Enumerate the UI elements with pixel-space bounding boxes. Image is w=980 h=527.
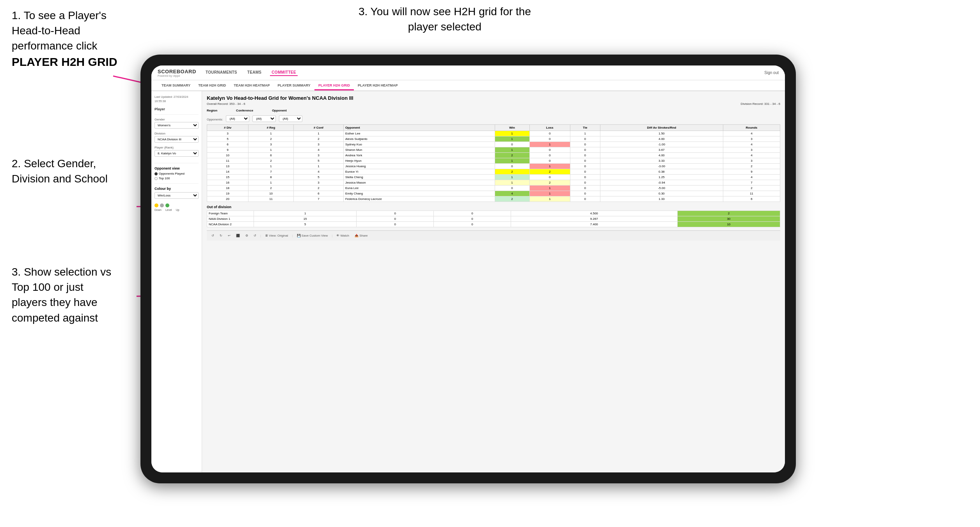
ood-table-body: Foreign Team 1 0 0 4.500 2 NAIA Division… <box>207 211 780 227</box>
nav-right: Sign out <box>764 71 779 75</box>
legend-down-dot <box>154 203 158 207</box>
app-logo-sub: Powered by clippd <box>158 74 196 77</box>
region-filter-label: Region <box>207 109 217 112</box>
opponents-filter-label: Opponents: <box>207 118 223 121</box>
nav-teams[interactable]: TEAMS <box>246 69 263 76</box>
filter-selects-row: Opponents: (All) (All) (All) <box>207 115 780 122</box>
opponent-filter-group: Opponent <box>272 109 287 113</box>
forward-btn[interactable]: ⬛ <box>234 233 241 238</box>
legend-level-label: Level <box>165 209 172 211</box>
step3-right-instruction: 3. You will now see H2H grid for the pla… <box>351 4 538 34</box>
subnav-team-h2h-grid[interactable]: TEAM H2H GRID <box>194 81 230 90</box>
sidebar-division-select[interactable]: NCAA Division III <box>154 136 199 143</box>
table-row: 13 1 1 Jessica Huang 0 1 0 -3.00 2 <box>207 164 780 169</box>
colour-legend-labels: Down Level Up <box>154 209 199 211</box>
step1-bold: PLAYER H2H GRID <box>12 55 117 68</box>
table-row: 10 6 3 Andrea York 2 0 0 4.00 4 <box>207 153 780 158</box>
subnav-player-h2h-heatmap[interactable]: PLAYER H2H HEATMAP <box>354 81 402 90</box>
bottom-toolbar: ↺ ↻ ↩ ⬛ ⚙ ↺ | 🖥 View: Original | 💾 Save … <box>207 230 780 241</box>
col-header-reg: # Reg <box>249 125 294 131</box>
legend-up-dot <box>165 203 169 207</box>
refresh-btn[interactable]: ↺ <box>252 233 258 238</box>
app-logo: SCOREBOARD <box>158 69 196 74</box>
sidebar-gender-select[interactable]: Women's <box>154 122 199 129</box>
table-row: 19 10 6 Emily Chang 4 1 0 0.30 11 <box>207 191 780 196</box>
share-btn[interactable]: 📤 Share <box>353 233 369 238</box>
tablet-screen: SCOREBOARD Powered by clippd TOURNAMENTS… <box>151 65 785 472</box>
table-header-row: # Div # Reg # Conf Opponent Win Loss Tie… <box>207 125 780 131</box>
nav-links: TOURNAMENTS TEAMS COMMITTEE <box>204 69 764 76</box>
step3-left-text: 3. Show selection vs Top 100 or just pla… <box>12 266 111 324</box>
opponent-select[interactable]: (All) <box>279 115 302 122</box>
top100-radio[interactable] <box>154 177 158 180</box>
table-row: 18 2 2 Euna Lee 0 1 0 -5.00 2 <box>207 186 780 191</box>
sidebar-colour-by-title: Colour by <box>154 187 199 191</box>
back-btn[interactable]: ↩ <box>226 233 232 238</box>
sidebar-opponent-view-title: Opponent view <box>154 166 199 170</box>
table-row: 3 1 1 Esther Lee 1 0 1 1.50 4 <box>207 131 780 136</box>
sign-out-link[interactable]: Sign out <box>764 71 779 75</box>
nav-tournaments[interactable]: TOURNAMENTS <box>204 69 239 76</box>
subnav-team-summary[interactable]: TEAM SUMMARY <box>158 81 194 90</box>
sub-nav: TEAM SUMMARY TEAM H2H GRID TEAM H2H HEAT… <box>151 80 785 91</box>
table-row: 16 1 3 Jessica Mason 1 2 0 -0.94 7 <box>207 180 780 186</box>
main-content: Last Updated: 27/03/2024 16:55:38 Player… <box>151 91 785 472</box>
opponents-played-radio[interactable] <box>154 172 158 175</box>
tablet-frame: SCOREBOARD Powered by clippd TOURNAMENTS… <box>140 55 796 483</box>
sidebar-colour-by-select[interactable]: Win/Loss <box>154 192 199 199</box>
ood-table-row: NAIA Division 1 15 0 0 9.267 30 <box>207 216 780 222</box>
sidebar-timestamp: Last Updated: 27/03/2024 16:55:38 <box>154 95 199 103</box>
opponent-filter-label: Opponent <box>272 109 287 112</box>
redo-btn[interactable]: ↻ <box>218 233 224 238</box>
sidebar-player-label: Player <box>154 107 199 111</box>
h2h-table: # Div # Reg # Conf Opponent Win Loss Tie… <box>207 124 780 202</box>
subnav-team-h2h-heatmap[interactable]: TEAM H2H HEATMAP <box>230 81 273 90</box>
region-select[interactable]: (All) <box>226 115 249 122</box>
grid-content: Katelyn Vo Head-to-Head Grid for Women's… <box>202 91 785 472</box>
watch-btn[interactable]: 👁 Watch <box>335 233 351 238</box>
share-label: Share <box>359 234 368 237</box>
logo-area: SCOREBOARD Powered by clippd <box>158 69 196 77</box>
opponents-played-label: Opponents Played <box>159 172 185 175</box>
overall-record: Overall Record: 353 - 34 - 6 <box>207 102 245 106</box>
opponents-played-option[interactable]: Opponents Played <box>154 172 199 175</box>
ood-table-row: Foreign Team 1 0 0 4.500 2 <box>207 211 780 216</box>
filter-row: Region Conference Opponent <box>207 109 780 113</box>
col-header-rounds: Rounds <box>723 125 780 131</box>
undo-btn[interactable]: ↺ <box>210 233 216 238</box>
step1-text: 1. To see a Player's Head-to-Head perfor… <box>12 9 107 52</box>
table-row: 9 1 4 Sharon Mun 1 0 0 3.67 3 <box>207 147 780 153</box>
watch-label: Watch <box>341 234 349 237</box>
out-of-division-title: Out of division <box>207 205 780 209</box>
top100-label: Top 100 <box>159 177 170 180</box>
out-of-division-table: Foreign Team 1 0 0 4.500 2 NAIA Division… <box>207 210 780 227</box>
conference-select[interactable]: (All) <box>252 115 276 122</box>
grid-subtitle: Overall Record: 353 - 34 - 6 Division Re… <box>207 102 780 106</box>
save-custom-btn[interactable]: 💾 Save Custom View <box>295 233 330 238</box>
sidebar-player-rank-select[interactable]: 8. Katelyn Vo <box>154 150 199 157</box>
top100-option[interactable]: Top 100 <box>154 177 199 180</box>
settings-btn[interactable]: ⚙ <box>244 233 250 238</box>
col-header-div: # Div <box>207 125 249 131</box>
app-container: SCOREBOARD Powered by clippd TOURNAMENTS… <box>151 65 785 472</box>
nav-committee[interactable]: COMMITTEE <box>270 69 298 76</box>
save-custom-label: Save Custom View <box>302 234 328 237</box>
conference-filter-label: Conference <box>236 109 253 112</box>
col-header-win: Win <box>495 125 529 131</box>
sidebar-division-label: Division <box>154 132 199 135</box>
region-filter-group: Region <box>207 109 217 113</box>
legend-level-dot <box>160 203 164 207</box>
table-row: 5 2 2 Alexis Sudjianto 1 0 0 4.00 3 <box>207 136 780 142</box>
step3-left-instruction: 3. Show selection vs Top 100 or just pla… <box>12 264 121 325</box>
step1-instruction: 1. To see a Player's Head-to-Head perfor… <box>12 8 121 70</box>
col-header-loss: Loss <box>529 125 570 131</box>
instructions-panel: 1. To see a Player's Head-to-Head perfor… <box>0 0 133 344</box>
view-original-btn[interactable]: 🖥 View: Original <box>263 233 289 238</box>
subnav-player-h2h-grid[interactable]: PLAYER H2H GRID <box>314 81 354 90</box>
sidebar-gender-label: Gender <box>154 118 199 121</box>
subnav-player-summary[interactable]: PLAYER SUMMARY <box>274 81 314 90</box>
legend-up-label: Up <box>176 209 179 211</box>
table-row: 20 11 7 Federica Domecq Lacroze 2 1 0 1.… <box>207 196 780 202</box>
ood-table-row: NCAA Division 2 5 0 0 7.400 10 <box>207 222 780 227</box>
table-row: 11 2 5 Heejo Hyun 1 0 0 3.33 3 <box>207 158 780 164</box>
